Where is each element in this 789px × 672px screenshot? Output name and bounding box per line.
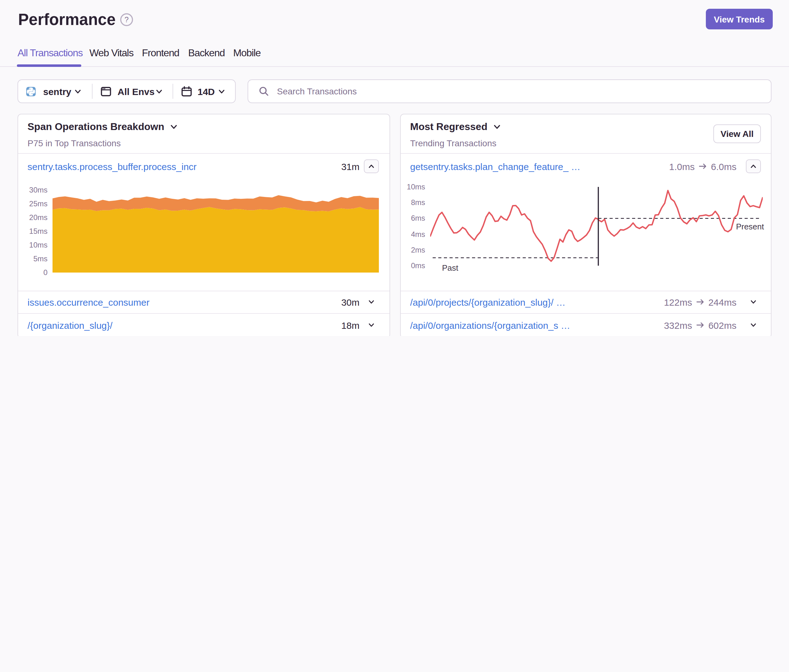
svg-text:?: ?: [125, 15, 128, 24]
